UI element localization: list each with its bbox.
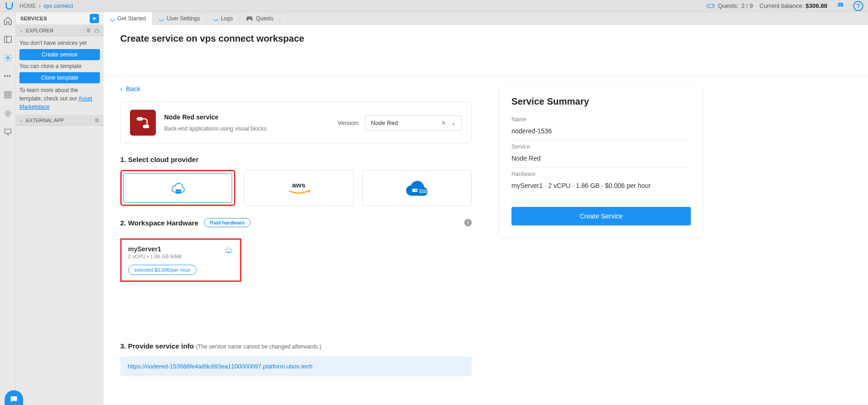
sidebar-services-header: SERVICES +	[16, 12, 104, 25]
gamepad-icon	[707, 3, 715, 9]
svg-rect-6	[8, 92, 11, 94]
breadcrumb: HOME › vps connect	[19, 3, 73, 9]
summary-name-label: Name	[511, 116, 691, 123]
tab-logo-icon: ◡	[110, 15, 115, 22]
section-hardware-title: 2. Workspace Hardware Paid hardware i	[120, 218, 472, 227]
svg-rect-8	[8, 96, 11, 98]
svg-rect-0	[707, 4, 715, 8]
svg-rect-21	[416, 191, 418, 192]
tab-logo-icon: ◡	[159, 15, 164, 22]
breadcrumb-home[interactable]: HOME	[19, 3, 36, 9]
clone-template-button[interactable]: Clone template	[19, 72, 100, 83]
tab-user-settings[interactable]: ◡ User Settings	[153, 12, 207, 25]
home-icon[interactable]	[3, 16, 13, 26]
panel-icon[interactable]	[3, 34, 13, 44]
svg-text:Azure: Azure	[419, 190, 428, 193]
svg-rect-7	[5, 96, 7, 98]
node-red-icon	[130, 110, 156, 136]
tab-logo-icon: ◡	[213, 15, 218, 22]
external-app-section-header[interactable]: ⌄ EXTERNAL APP 🗎	[16, 115, 104, 126]
hardware-name: myServer1	[128, 245, 182, 253]
atom-icon[interactable]	[3, 108, 13, 118]
summary-service-label: Service	[511, 143, 691, 150]
left-icon-rail: •••	[0, 12, 16, 405]
top-bar: HOME › vps connect Quests: 2 / 9 Current…	[0, 0, 868, 12]
hardware-price-badge: selected $0.006/per hour	[128, 265, 197, 275]
svg-rect-19	[412, 189, 416, 192]
help-icon[interactable]: ?	[852, 0, 864, 12]
platform-logo-icon[interactable]	[4, 0, 15, 12]
svg-point-1	[712, 6, 713, 6]
create-service-button[interactable]: Create service	[19, 49, 100, 60]
svg-rect-14	[137, 117, 143, 121]
azure-logo-icon: Microsoft Azure	[398, 177, 435, 199]
svg-rect-3	[4, 36, 11, 42]
service-template-card: Node Red service Back-end applications u…	[120, 102, 472, 143]
svg-rect-24	[228, 252, 230, 252]
learn-more-text: To learn more about the template, check …	[19, 86, 100, 111]
service-url-display[interactable]: https://nodered-153666fe4a89c893ea110000…	[120, 356, 472, 376]
new-folder-icon[interactable]: 🗀	[94, 27, 100, 34]
svg-text:aws: aws	[292, 181, 305, 189]
chevron-down-icon: ⌄	[19, 28, 23, 33]
cloud-server-icon	[169, 179, 187, 197]
provider-card-azure[interactable]: Microsoft Azure	[362, 170, 472, 206]
chevron-left-icon: ‹	[120, 85, 123, 93]
summary-hardware-value: myServer1 · 2 vCPU · 1.86 GB · $0.006 pe…	[511, 177, 691, 195]
cloud-server-icon	[223, 245, 234, 257]
chevron-down-icon: ⌄	[19, 118, 23, 123]
svg-point-12	[7, 113, 8, 114]
summary-title: Service Summary	[511, 96, 691, 107]
chevron-down-icon: ⌄	[451, 119, 456, 126]
svg-rect-17	[176, 192, 181, 193]
balance-display: Current balance: $306.88	[759, 2, 827, 9]
svg-rect-16	[176, 189, 181, 191]
apps-grid-icon[interactable]	[3, 90, 13, 100]
clone-template-text: You can clone a template	[19, 63, 100, 69]
svg-rect-13	[5, 129, 11, 133]
tabs-bar: ◡ Get Started ◡ User Settings ◡ Logs 🎮 Q…	[104, 12, 868, 25]
back-button[interactable]: ‹ Back	[120, 85, 472, 93]
add-service-button[interactable]: +	[90, 14, 99, 23]
gamepad-icon: 🎮	[246, 15, 253, 22]
settings-gear-icon[interactable]	[3, 53, 13, 63]
no-services-text: You don't have services yet	[19, 40, 100, 46]
summary-hardware-label: Hardware	[511, 171, 691, 177]
new-file-icon[interactable]: 🗎	[86, 27, 92, 34]
svg-rect-5	[5, 92, 7, 94]
page-title: Create service on vps connect workspace	[120, 33, 851, 44]
monitor-icon[interactable]	[3, 127, 13, 137]
provider-card-aws[interactable]: aws	[244, 170, 353, 206]
version-dropdown[interactable]: Node Red ✕ ⌄	[365, 115, 462, 131]
chat-bubble-icon[interactable]	[5, 390, 23, 405]
more-icon[interactable]: •••	[3, 71, 13, 81]
summary-name-value: nodered-1536	[511, 123, 691, 141]
tab-logs[interactable]: ◡ Logs	[207, 12, 240, 25]
section-provide-info-title: 3. Provide service info (The service nam…	[120, 342, 321, 350]
summary-service-value: Node Red	[511, 150, 691, 168]
service-description: Back-end applications using visual block…	[164, 125, 268, 132]
breadcrumb-current[interactable]: vps connect	[43, 3, 73, 9]
svg-point-4	[6, 57, 9, 59]
tab-get-started[interactable]: ◡ Get Started	[104, 12, 153, 25]
paid-hardware-badge: Paid hardware	[204, 218, 251, 227]
explorer-section-header[interactable]: ⌄ EXPLORER 🗎 🗀	[16, 25, 104, 36]
section-cloud-provider-title: 1. Select cloud provider	[120, 156, 472, 163]
sidebar-panel: SERVICES + ⌄ EXPLORER 🗎 🗀 You don't have…	[16, 12, 104, 405]
discord-icon[interactable]	[834, 0, 846, 12]
new-file-icon[interactable]: 🗎	[94, 117, 100, 124]
svg-rect-20	[416, 189, 418, 190]
provider-card-default[interactable]	[120, 170, 235, 206]
clear-icon[interactable]: ✕	[441, 119, 446, 126]
service-summary-card: Service Summary Name nodered-1536 Servic…	[499, 85, 703, 237]
main-region: ◡ Get Started ◡ User Settings ◡ Logs 🎮 Q…	[104, 12, 868, 405]
tab-quests[interactable]: 🎮 Quests	[240, 12, 280, 25]
quests-indicator[interactable]: Quests: 2 / 9	[707, 2, 753, 9]
version-label: Version:	[338, 119, 359, 126]
service-name: Node Red service	[164, 113, 268, 121]
create-service-submit-button[interactable]: Create Service	[511, 207, 691, 225]
info-icon[interactable]: i	[464, 219, 472, 226]
hardware-card-selected[interactable]: myServer1 2 vCPU • 1.86 GB RAM selected …	[120, 238, 241, 282]
aws-logo-icon: aws	[283, 179, 315, 197]
svg-point-2	[713, 5, 714, 6]
